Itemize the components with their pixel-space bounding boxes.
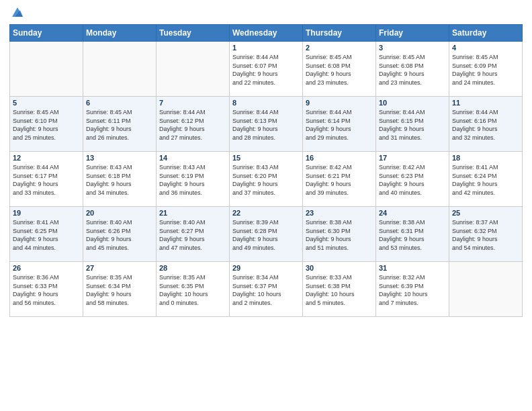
day-number: 29: [232, 264, 300, 272]
day-number: 23: [306, 209, 373, 217]
calendar-cell: 26Sunrise: 8:36 AM Sunset: 6:33 PM Dayli…: [10, 262, 83, 317]
day-number: 4: [452, 44, 519, 52]
day-number: 17: [379, 154, 446, 162]
calendar-cell: 15Sunrise: 8:43 AM Sunset: 6:20 PM Dayli…: [230, 152, 303, 207]
day-info: Sunrise: 8:41 AM Sunset: 6:25 PM Dayligh…: [13, 218, 80, 252]
day-info: Sunrise: 8:43 AM Sunset: 6:18 PM Dayligh…: [86, 163, 153, 197]
day-number: 2: [306, 44, 373, 52]
day-of-week-header: Tuesday: [157, 25, 230, 42]
page-container: SundayMondayTuesdayWednesdayThursdayFrid…: [0, 0, 532, 324]
calendar-cell: [10, 42, 83, 97]
calendar-cell: 14Sunrise: 8:43 AM Sunset: 6:19 PM Dayli…: [157, 152, 230, 207]
day-info: Sunrise: 8:44 AM Sunset: 6:12 PM Dayligh…: [159, 108, 226, 142]
day-info: Sunrise: 8:40 AM Sunset: 6:26 PM Dayligh…: [86, 218, 153, 252]
calendar-cell: 23Sunrise: 8:38 AM Sunset: 6:30 PM Dayli…: [303, 207, 376, 262]
day-of-week-header: Monday: [83, 25, 157, 42]
calendar-cell: 2Sunrise: 8:45 AM Sunset: 6:08 PM Daylig…: [303, 42, 376, 97]
calendar-cell: 22Sunrise: 8:39 AM Sunset: 6:28 PM Dayli…: [230, 207, 303, 262]
day-info: Sunrise: 8:44 AM Sunset: 6:14 PM Dayligh…: [306, 108, 373, 142]
calendar-cell: 31Sunrise: 8:32 AM Sunset: 6:39 PM Dayli…: [376, 262, 449, 317]
day-info: Sunrise: 8:33 AM Sunset: 6:38 PM Dayligh…: [306, 273, 373, 307]
calendar-cell: 29Sunrise: 8:34 AM Sunset: 6:37 PM Dayli…: [230, 262, 303, 317]
day-info: Sunrise: 8:44 AM Sunset: 6:16 PM Dayligh…: [452, 108, 519, 142]
day-of-week-header: Wednesday: [230, 25, 303, 42]
day-number: 12: [13, 154, 80, 162]
calendar-cell: [449, 262, 523, 317]
calendar-cell: 6Sunrise: 8:45 AM Sunset: 6:11 PM Daylig…: [83, 97, 157, 152]
day-info: Sunrise: 8:35 AM Sunset: 6:35 PM Dayligh…: [159, 273, 226, 307]
day-number: 5: [13, 99, 80, 107]
day-info: Sunrise: 8:34 AM Sunset: 6:37 PM Dayligh…: [232, 273, 300, 307]
day-number: 1: [232, 44, 300, 52]
day-info: Sunrise: 8:45 AM Sunset: 6:10 PM Dayligh…: [13, 108, 80, 142]
calendar-table: SundayMondayTuesdayWednesdayThursdayFrid…: [9, 24, 523, 317]
day-info: Sunrise: 8:42 AM Sunset: 6:23 PM Dayligh…: [379, 163, 446, 197]
calendar-week-row: 19Sunrise: 8:41 AM Sunset: 6:25 PM Dayli…: [10, 207, 523, 262]
calendar-cell: [83, 42, 157, 97]
calendar-cell: 17Sunrise: 8:42 AM Sunset: 6:23 PM Dayli…: [376, 152, 449, 207]
day-number: 6: [86, 99, 153, 107]
day-info: Sunrise: 8:42 AM Sunset: 6:21 PM Dayligh…: [306, 163, 373, 197]
calendar-week-row: 12Sunrise: 8:44 AM Sunset: 6:17 PM Dayli…: [10, 152, 523, 207]
day-number: 8: [232, 99, 300, 107]
day-number: 21: [159, 209, 226, 217]
day-info: Sunrise: 8:38 AM Sunset: 6:30 PM Dayligh…: [306, 218, 373, 252]
day-info: Sunrise: 8:36 AM Sunset: 6:33 PM Dayligh…: [13, 273, 80, 307]
day-info: Sunrise: 8:41 AM Sunset: 6:24 PM Dayligh…: [452, 163, 519, 197]
calendar-week-row: 1Sunrise: 8:44 AM Sunset: 6:07 PM Daylig…: [10, 42, 523, 97]
day-info: Sunrise: 8:43 AM Sunset: 6:20 PM Dayligh…: [232, 163, 300, 197]
calendar-cell: 30Sunrise: 8:33 AM Sunset: 6:38 PM Dayli…: [303, 262, 376, 317]
day-info: Sunrise: 8:44 AM Sunset: 6:15 PM Dayligh…: [379, 108, 446, 142]
day-info: Sunrise: 8:45 AM Sunset: 6:08 PM Dayligh…: [306, 53, 373, 87]
day-number: 31: [379, 264, 446, 272]
day-number: 18: [452, 154, 519, 162]
calendar-cell: 25Sunrise: 8:37 AM Sunset: 6:32 PM Dayli…: [449, 207, 523, 262]
calendar-cell: 19Sunrise: 8:41 AM Sunset: 6:25 PM Dayli…: [10, 207, 83, 262]
calendar-cell: 13Sunrise: 8:43 AM Sunset: 6:18 PM Dayli…: [83, 152, 157, 207]
day-number: 16: [306, 154, 373, 162]
day-info: Sunrise: 8:38 AM Sunset: 6:31 PM Dayligh…: [379, 218, 446, 252]
day-info: Sunrise: 8:44 AM Sunset: 6:13 PM Dayligh…: [232, 108, 300, 142]
calendar-cell: 27Sunrise: 8:35 AM Sunset: 6:34 PM Dayli…: [83, 262, 157, 317]
day-info: Sunrise: 8:45 AM Sunset: 6:09 PM Dayligh…: [452, 53, 519, 87]
day-info: Sunrise: 8:43 AM Sunset: 6:19 PM Dayligh…: [159, 163, 226, 197]
day-number: 7: [159, 99, 226, 107]
calendar-week-row: 5Sunrise: 8:45 AM Sunset: 6:10 PM Daylig…: [10, 97, 523, 152]
calendar-header-row: SundayMondayTuesdayWednesdayThursdayFrid…: [10, 25, 523, 42]
calendar-cell: 10Sunrise: 8:44 AM Sunset: 6:15 PM Dayli…: [376, 97, 449, 152]
calendar-cell: 1Sunrise: 8:44 AM Sunset: 6:07 PM Daylig…: [230, 42, 303, 97]
day-info: Sunrise: 8:45 AM Sunset: 6:08 PM Dayligh…: [379, 53, 446, 87]
day-info: Sunrise: 8:44 AM Sunset: 6:17 PM Dayligh…: [13, 163, 80, 197]
day-info: Sunrise: 8:40 AM Sunset: 6:27 PM Dayligh…: [159, 218, 226, 252]
calendar-cell: 12Sunrise: 8:44 AM Sunset: 6:17 PM Dayli…: [10, 152, 83, 207]
calendar-cell: 8Sunrise: 8:44 AM Sunset: 6:13 PM Daylig…: [230, 97, 303, 152]
day-info: Sunrise: 8:39 AM Sunset: 6:28 PM Dayligh…: [232, 218, 300, 252]
calendar-cell: 7Sunrise: 8:44 AM Sunset: 6:12 PM Daylig…: [157, 97, 230, 152]
day-number: 13: [86, 154, 153, 162]
calendar-cell: [157, 42, 230, 97]
day-number: 11: [452, 99, 519, 107]
day-info: Sunrise: 8:32 AM Sunset: 6:39 PM Dayligh…: [379, 273, 446, 307]
calendar-week-row: 26Sunrise: 8:36 AM Sunset: 6:33 PM Dayli…: [10, 262, 523, 317]
calendar-cell: 24Sunrise: 8:38 AM Sunset: 6:31 PM Dayli…: [376, 207, 449, 262]
calendar-cell: 4Sunrise: 8:45 AM Sunset: 6:09 PM Daylig…: [449, 42, 523, 97]
calendar-cell: 20Sunrise: 8:40 AM Sunset: 6:26 PM Dayli…: [83, 207, 157, 262]
calendar-cell: 3Sunrise: 8:45 AM Sunset: 6:08 PM Daylig…: [376, 42, 449, 97]
day-of-week-header: Thursday: [303, 25, 376, 42]
day-number: 22: [232, 209, 300, 217]
day-number: 19: [13, 209, 80, 217]
day-number: 28: [159, 264, 226, 272]
header: [9, 7, 523, 20]
calendar-cell: 18Sunrise: 8:41 AM Sunset: 6:24 PM Dayli…: [449, 152, 523, 207]
day-of-week-header: Friday: [376, 25, 449, 42]
day-info: Sunrise: 8:35 AM Sunset: 6:34 PM Dayligh…: [86, 273, 153, 307]
day-number: 26: [13, 264, 80, 272]
day-info: Sunrise: 8:44 AM Sunset: 6:07 PM Dayligh…: [232, 53, 300, 87]
day-number: 25: [452, 209, 519, 217]
day-number: 14: [159, 154, 226, 162]
calendar-cell: 5Sunrise: 8:45 AM Sunset: 6:10 PM Daylig…: [10, 97, 83, 152]
day-info: Sunrise: 8:37 AM Sunset: 6:32 PM Dayligh…: [452, 218, 519, 252]
calendar-cell: 28Sunrise: 8:35 AM Sunset: 6:35 PM Dayli…: [157, 262, 230, 317]
logo-text: [9, 9, 24, 21]
day-number: 10: [379, 99, 446, 107]
